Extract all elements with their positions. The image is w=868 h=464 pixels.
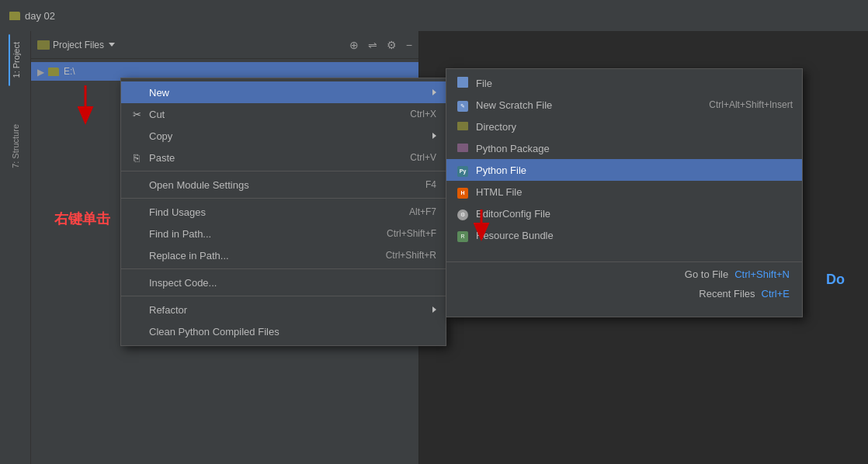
resource-bundle-icon: R xyxy=(456,229,470,242)
cut-shortcut: Ctrl+X xyxy=(410,109,436,119)
project-dropdown-icon[interactable] xyxy=(109,43,115,47)
minus-icon[interactable]: − xyxy=(406,39,412,51)
tree-row-label: E:\ xyxy=(64,66,75,77)
separator-4 xyxy=(121,296,446,296)
submenu-item-directory[interactable]: Directory xyxy=(446,116,802,137)
directory-icon xyxy=(456,121,470,133)
submenu-python-package-label: Python Package xyxy=(476,143,793,154)
project-header: Project Files ⊕ ⇌ ⚙ − xyxy=(31,31,418,59)
separator-1 xyxy=(121,171,446,171)
submenu-item-html-file[interactable]: H HTML File xyxy=(446,181,802,203)
menu-item-copy-label: Copy xyxy=(149,130,426,142)
submenu-html-file-label: HTML File xyxy=(476,186,793,198)
menu-item-replace-in-path-label: Replace in Path... xyxy=(149,250,370,261)
submenu-new-scratch-label: New Scratch File xyxy=(476,99,709,111)
tree-arrow-icon: ▶ xyxy=(37,67,47,76)
submenu-editor-config-label: EditorConfig File xyxy=(476,208,793,220)
menu-item-find-usages[interactable]: Find Usages Alt+F7 xyxy=(121,201,446,223)
menu-item-inspect-code[interactable]: Inspect Code... xyxy=(121,272,446,293)
do-text: Do xyxy=(826,272,845,288)
menu-item-cut[interactable]: ✂ Cut Ctrl+X xyxy=(121,103,446,125)
separator-3 xyxy=(121,268,446,269)
new-scratch-shortcut: Ctrl+Alt+Shift+Insert xyxy=(709,99,793,110)
refactor-submenu-arrow xyxy=(432,306,436,313)
project-header-title: Project Files xyxy=(37,40,343,50)
globe-icon[interactable]: ⊕ xyxy=(349,39,359,51)
copy-submenu-arrow xyxy=(432,133,436,139)
title-text: day 02 xyxy=(25,10,55,22)
menu-item-open-module-label: Open Module Settings xyxy=(149,179,410,191)
tree-folder-icon xyxy=(48,68,59,76)
menu-item-cut-label: Cut xyxy=(149,109,394,120)
submenu-item-python-file[interactable]: Py Python File xyxy=(446,159,802,181)
title-folder-icon xyxy=(9,12,20,20)
separator-2 xyxy=(121,198,446,199)
gear-icon[interactable]: ⚙ xyxy=(387,39,397,51)
submenu-item-python-package[interactable]: Python Package xyxy=(446,137,802,159)
editor-config-icon: ⚙ xyxy=(456,207,470,220)
recent-files-hint: Recent Files Ctrl+E xyxy=(459,288,790,300)
submenu-python-file-label: Python File xyxy=(476,164,793,176)
shortcut-hints-section: Go to File Ctrl+Shift+N Recent Files Ctr… xyxy=(446,261,802,313)
submenu-item-editor-config[interactable]: ⚙ EditorConfig File xyxy=(446,203,802,224)
goto-file-label: Go to File xyxy=(685,268,728,280)
sidebar-tab-project-label: 1: Project xyxy=(12,42,21,78)
menu-item-refactor-label: Refactor xyxy=(149,304,426,316)
html-file-icon: H xyxy=(456,185,470,199)
menu-item-open-module[interactable]: Open Module Settings F4 xyxy=(121,174,446,196)
menu-item-copy[interactable]: Copy xyxy=(121,125,446,147)
menu-item-find-in-path-label: Find in Path... xyxy=(149,228,371,240)
lines-icon[interactable]: ⇌ xyxy=(368,39,377,51)
menu-item-find-usages-label: Find Usages xyxy=(149,206,394,218)
sidebar: 1: Project 7: Structure xyxy=(0,31,31,464)
python-package-icon xyxy=(456,143,470,154)
file-icon xyxy=(456,77,470,90)
open-module-shortcut: F4 xyxy=(425,179,436,190)
goto-file-hint: Go to File Ctrl+Shift+N xyxy=(459,268,790,280)
cut-icon: ✂ xyxy=(130,109,143,120)
project-toolbar: ⊕ ⇌ ⚙ − xyxy=(349,39,412,51)
submenu-file-label: File xyxy=(476,78,793,89)
replace-in-path-shortcut: Ctrl+Shift+R xyxy=(386,250,436,261)
project-folder-icon xyxy=(37,40,50,50)
find-usages-shortcut: Alt+F7 xyxy=(409,206,436,217)
python-file-icon: Py xyxy=(456,164,470,177)
menu-item-clean-python-label: Clean Python Compiled Files xyxy=(149,326,436,338)
submenu-resource-bundle-label: Resource Bundle xyxy=(476,230,793,241)
project-title-label: Project Files xyxy=(53,40,104,50)
submenu-item-resource-bundle[interactable]: R Resource Bundle xyxy=(446,224,802,246)
submenu-item-file[interactable]: File xyxy=(446,72,802,94)
recent-files-key: Ctrl+E xyxy=(762,288,790,300)
menu-item-paste-label: Paste xyxy=(149,152,394,164)
find-in-path-shortcut: Ctrl+Shift+F xyxy=(387,228,436,239)
new-submenu-arrow xyxy=(432,89,436,95)
menu-item-inspect-code-label: Inspect Code... xyxy=(149,277,436,289)
sidebar-tab-structure-label: 7: Structure xyxy=(11,124,20,168)
menu-item-new-label: New xyxy=(149,87,426,99)
goto-file-key: Ctrl+Shift+N xyxy=(734,268,790,280)
title-bar: day 02 xyxy=(0,0,868,31)
paste-icon: ⎘ xyxy=(130,152,143,164)
sidebar-tab-project[interactable]: 1: Project xyxy=(9,34,23,85)
recent-files-label: Recent Files xyxy=(699,288,755,300)
context-menu: New ✂ Cut Ctrl+X Copy ⎘ Paste Ctrl+V Ope… xyxy=(120,78,446,346)
menu-item-paste[interactable]: ⎘ Paste Ctrl+V xyxy=(121,147,446,168)
submenu-item-new-scratch[interactable]: ✎ New Scratch File Ctrl+Alt+Shift+Insert xyxy=(446,94,802,116)
scratch-icon: ✎ xyxy=(456,99,470,112)
menu-item-refactor[interactable]: Refactor xyxy=(121,299,446,320)
submenu: File ✎ New Scratch File Ctrl+Alt+Shift+I… xyxy=(446,68,803,317)
submenu-directory-label: Directory xyxy=(476,121,793,133)
menu-item-find-in-path[interactable]: Find in Path... Ctrl+Shift+F xyxy=(121,223,446,244)
paste-shortcut: Ctrl+V xyxy=(410,152,436,163)
menu-item-new[interactable]: New xyxy=(121,81,446,103)
menu-item-clean-python[interactable]: Clean Python Compiled Files xyxy=(121,320,446,342)
menu-item-replace-in-path[interactable]: Replace in Path... Ctrl+Shift+R xyxy=(121,244,446,266)
sidebar-tab-structure[interactable]: 7: Structure xyxy=(9,116,22,176)
